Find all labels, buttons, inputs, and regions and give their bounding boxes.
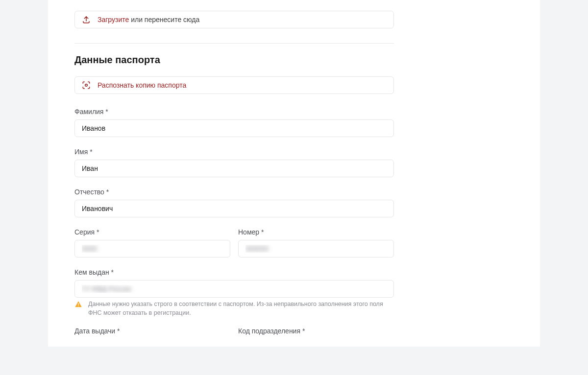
series-input[interactable] xyxy=(74,240,230,258)
warning-text: Данные нужно указать строго в соответств… xyxy=(88,300,394,317)
surname-input[interactable] xyxy=(74,119,394,137)
number-label: Номер * xyxy=(238,228,394,236)
dept-code-label: Код подразделения * xyxy=(238,327,394,335)
patronymic-input[interactable] xyxy=(74,200,394,217)
recognize-label: Распознать копию паспорта xyxy=(98,81,186,89)
number-input[interactable] xyxy=(238,240,394,258)
scan-icon xyxy=(82,81,91,90)
patronymic-label: Отчество * xyxy=(74,188,394,196)
upload-label: Загрузите или перенесите сюда xyxy=(98,16,199,23)
issued-by-label: Кем выдан * xyxy=(74,268,394,276)
upload-icon xyxy=(82,15,91,24)
upload-dropzone[interactable]: Загрузите или перенесите сюда xyxy=(74,11,394,28)
series-label: Серия * xyxy=(74,228,230,236)
surname-label: Фамилия * xyxy=(74,108,394,116)
svg-rect-3 xyxy=(78,305,78,306)
warning-icon xyxy=(74,301,82,308)
svg-rect-2 xyxy=(78,303,78,305)
issue-date-label: Дата выдачи * xyxy=(74,327,230,335)
recognize-passport-button[interactable]: Распознать копию паспорта xyxy=(74,76,394,94)
svg-point-1 xyxy=(85,84,88,87)
name-label: Имя * xyxy=(74,148,394,156)
form-card: Загрузите или перенесите сюда Данные пас… xyxy=(48,0,540,347)
section-title: Данные паспорта xyxy=(74,54,394,66)
issued-by-warning: Данные нужно указать строго в соответств… xyxy=(74,300,394,317)
issued-by-input[interactable] xyxy=(74,280,394,298)
section-divider xyxy=(74,43,394,44)
name-input[interactable] xyxy=(74,160,394,177)
